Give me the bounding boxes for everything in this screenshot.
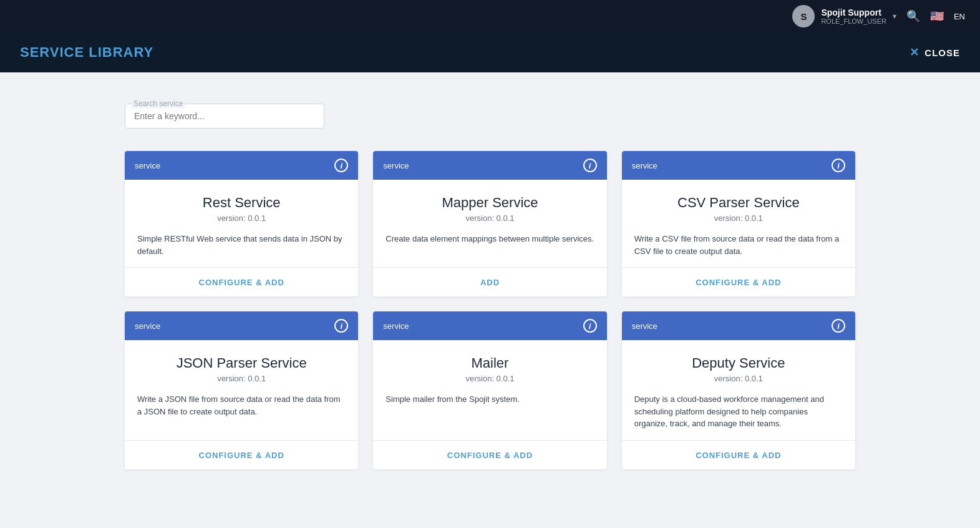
card-header: service i xyxy=(125,151,358,180)
card-footer: CONFIGURE & ADD xyxy=(622,440,855,469)
service-library-header: SERVICE LIBRARY ✕ CLOSE xyxy=(0,32,980,72)
close-button[interactable]: ✕ CLOSE xyxy=(910,46,960,59)
card-version: version: 0.0.1 xyxy=(217,213,266,223)
card-title: Mailer xyxy=(472,355,509,371)
card-header: service i xyxy=(622,311,855,340)
service-card: service i Rest Service version: 0.0.1 Si… xyxy=(125,151,358,296)
main-content: Search service service i Rest Service ve… xyxy=(0,72,980,489)
card-body: Rest Service version: 0.0.1 Simple RESTf… xyxy=(125,180,358,267)
card-description: Create data element mappings between mul… xyxy=(386,233,594,245)
configure-add-button[interactable]: CONFIGURE & ADD xyxy=(199,451,284,460)
card-header: service i xyxy=(622,151,855,180)
configure-add-button[interactable]: CONFIGURE & ADD xyxy=(199,278,284,287)
card-header-label: service xyxy=(383,321,409,331)
card-footer: CONFIGURE & ADD xyxy=(125,267,358,296)
card-description: Write a JSON file from source data or re… xyxy=(137,393,346,418)
info-icon[interactable]: i xyxy=(334,319,348,333)
user-profile[interactable]: S Spojit Support ROLE_FLOW_USER ▾ xyxy=(792,5,896,27)
card-header: service i xyxy=(373,151,606,180)
card-footer: CONFIGURE & ADD xyxy=(125,440,358,469)
card-header-label: service xyxy=(135,161,160,170)
user-role: ROLE_FLOW_USER xyxy=(821,17,886,25)
configure-add-button[interactable]: CONFIGURE & ADD xyxy=(696,278,781,287)
service-card: service i Deputy Service version: 0.0.1 … xyxy=(622,311,855,469)
card-header-label: service xyxy=(632,161,657,170)
info-icon[interactable]: i xyxy=(583,319,597,333)
language-label[interactable]: EN xyxy=(954,12,965,21)
card-description: Simple mailer from the Spojit system. xyxy=(386,393,594,406)
search-section: Search service xyxy=(125,92,324,129)
user-name: Spojit Support xyxy=(821,7,886,17)
card-title: JSON Parser Service xyxy=(177,355,307,371)
close-x-icon: ✕ xyxy=(910,46,919,59)
card-header-label: service xyxy=(383,161,409,170)
configure-add-button[interactable]: CONFIGURE & ADD xyxy=(696,451,781,460)
info-icon[interactable]: i xyxy=(832,159,845,172)
card-description: Simple RESTful Web service that sends da… xyxy=(137,233,346,257)
card-footer: CONFIGURE & ADD xyxy=(622,267,855,296)
service-card: service i Mapper Service version: 0.0.1 … xyxy=(373,151,606,296)
search-label: Search service xyxy=(131,99,185,108)
card-version: version: 0.0.1 xyxy=(714,374,763,383)
card-version: version: 0.0.1 xyxy=(465,213,514,223)
configure-add-button[interactable]: CONFIGURE & ADD xyxy=(447,451,533,460)
top-navigation: S Spojit Support ROLE_FLOW_USER ▾ 🔍 🇺🇸 E… xyxy=(0,0,980,32)
service-card: service i CSV Parser Service version: 0.… xyxy=(622,151,855,296)
card-title: CSV Parser Service xyxy=(677,195,800,211)
close-label: CLOSE xyxy=(924,47,960,58)
info-icon[interactable]: i xyxy=(832,319,845,333)
user-info: Spojit Support ROLE_FLOW_USER xyxy=(821,7,886,25)
service-card: service i Mailer version: 0.0.1 Simple m… xyxy=(373,311,606,469)
configure-add-button[interactable]: ADD xyxy=(480,278,500,287)
card-title: Deputy Service xyxy=(692,355,785,371)
cards-grid: service i Rest Service version: 0.0.1 Si… xyxy=(125,151,855,469)
card-title: Rest Service xyxy=(203,195,281,211)
page-title: SERVICE LIBRARY xyxy=(20,44,153,61)
card-version: version: 0.0.1 xyxy=(217,374,266,383)
card-title: Mapper Service xyxy=(442,195,538,211)
card-body: Deputy Service version: 0.0.1 Deputy is … xyxy=(622,340,855,440)
info-icon[interactable]: i xyxy=(334,159,348,172)
search-icon[interactable]: 🔍 xyxy=(906,9,920,23)
card-body: Mapper Service version: 0.0.1 Create dat… xyxy=(373,180,606,267)
info-icon[interactable]: i xyxy=(583,159,597,172)
card-footer: ADD xyxy=(373,267,606,296)
card-description: Write a CSV file from source data or rea… xyxy=(634,233,843,257)
card-version: version: 0.0.1 xyxy=(465,374,514,383)
card-body: CSV Parser Service version: 0.0.1 Write … xyxy=(622,180,855,267)
avatar: S xyxy=(792,5,815,27)
service-card: service i JSON Parser Service version: 0… xyxy=(125,311,358,469)
card-body: JSON Parser Service version: 0.0.1 Write… xyxy=(125,340,358,440)
card-body: Mailer version: 0.0.1 Simple mailer from… xyxy=(373,340,606,440)
card-header-label: service xyxy=(135,321,160,331)
card-header: service i xyxy=(373,311,606,340)
flag-icon: 🇺🇸 xyxy=(930,9,944,23)
card-version: version: 0.0.1 xyxy=(714,213,763,223)
card-header: service i xyxy=(125,311,358,340)
card-footer: CONFIGURE & ADD xyxy=(373,440,606,469)
search-input[interactable] xyxy=(134,111,315,121)
card-description: Deputy is a cloud-based workforce manage… xyxy=(634,393,843,430)
card-header-label: service xyxy=(632,321,657,331)
chevron-down-icon: ▾ xyxy=(893,12,896,21)
